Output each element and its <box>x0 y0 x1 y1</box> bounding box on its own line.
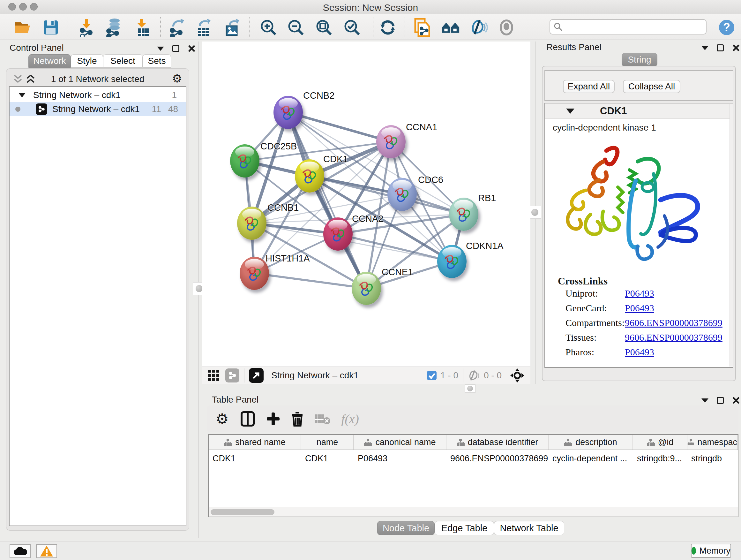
network-share-toggle-icon[interactable] <box>225 368 239 382</box>
collapse-all-button[interactable]: Collapse All <box>623 80 680 93</box>
results-scrollbar[interactable] <box>730 104 733 367</box>
zoom-fit-button[interactable] <box>315 18 333 37</box>
birds-eye-crosshair-icon[interactable] <box>510 368 525 383</box>
float-panel-icon[interactable] <box>717 44 724 51</box>
save-session-button[interactable] <box>42 18 60 37</box>
network-node-hist1h1a[interactable] <box>240 257 269 290</box>
network-node-ccna1[interactable] <box>376 125 406 159</box>
crosslink-link[interactable]: 9606.ENSP00000378699 <box>625 332 723 343</box>
scrollbar-thumb[interactable] <box>211 509 274 515</box>
column-header-description[interactable]: description <box>549 435 633 449</box>
tab-select[interactable]: Select <box>103 54 143 68</box>
float-panel-icon[interactable] <box>172 45 179 52</box>
hidden-eye-icon[interactable] <box>468 370 481 381</box>
warnings-button[interactable] <box>36 544 57 558</box>
crosslink-link[interactable]: P06493 <box>625 347 654 358</box>
column-header-@id[interactable]: @id <box>633 435 687 449</box>
table-cell[interactable]: stringdb:9... <box>633 452 687 465</box>
column-header-database-identifier[interactable]: database identifier <box>447 435 549 449</box>
network-node-cdc25b[interactable] <box>230 144 259 178</box>
zoom-out-button[interactable] <box>286 18 305 37</box>
table-settings-button[interactable]: ⚙ <box>213 410 231 428</box>
import-network-button[interactable] <box>78 18 96 37</box>
open-in-new-window-icon[interactable] <box>249 368 264 383</box>
table-cell[interactable]: cyclin-dependent ... <box>549 452 633 465</box>
right-splitter-handle[interactable] <box>529 206 541 219</box>
function-builder-button[interactable]: f(x) <box>336 410 364 428</box>
search-input[interactable] <box>563 22 700 32</box>
results-tab-string[interactable]: String <box>622 53 657 66</box>
close-panel-icon[interactable] <box>732 44 740 52</box>
column-header-name[interactable]: name <box>301 435 354 449</box>
table-cell[interactable]: CDK1 <box>301 452 354 465</box>
crosslink-link[interactable]: P06493 <box>625 303 654 314</box>
panel-menu-icon[interactable] <box>157 47 164 51</box>
network-node-cdk1[interactable] <box>295 159 324 192</box>
network-collection-row[interactable]: String Network – cdk1 1 <box>10 88 186 102</box>
tab-edge-table[interactable]: Edge Table <box>434 521 494 535</box>
close-panel-icon[interactable] <box>188 45 195 52</box>
column-header-namespac[interactable]: namespac <box>687 435 738 449</box>
export-network-button[interactable] <box>168 18 186 37</box>
tab-network[interactable]: Network <box>28 54 71 68</box>
hide-glass-button[interactable] <box>470 18 488 37</box>
clone-network-button[interactable] <box>413 18 431 37</box>
show-columns-button[interactable] <box>239 410 257 428</box>
panel-menu-icon[interactable] <box>701 398 709 402</box>
node-label-ccnb1: CCNB1 <box>267 202 299 213</box>
table-cell[interactable]: stringdb <box>687 452 738 465</box>
table-cell[interactable]: P06493 <box>354 452 447 465</box>
network-node-rb1[interactable] <box>449 198 478 231</box>
create-column-button[interactable] <box>264 410 282 428</box>
tab-node-table[interactable]: Node Table <box>377 521 434 535</box>
expand-all-button[interactable]: Expand All <box>563 80 615 93</box>
network-node-ccnb1[interactable] <box>237 206 266 240</box>
table-cell[interactable]: CDK1 <box>209 452 301 465</box>
network-row-selected[interactable]: String Network – cdk1 11 48 <box>10 102 186 116</box>
network-edge[interactable] <box>254 273 366 288</box>
delete-table-button[interactable] <box>313 410 331 428</box>
close-panel-icon[interactable] <box>732 396 740 404</box>
panel-menu-icon[interactable] <box>701 46 709 50</box>
network-view-canvas[interactable]: CCNB2 CCNA1 CDC25B CDK1 CDC6 RB1 CCNB1 C… <box>202 42 530 367</box>
network-node-ccna2[interactable] <box>323 217 353 251</box>
show-eye-button[interactable] <box>497 18 516 37</box>
selected-checkbox-icon[interactable] <box>426 370 437 381</box>
memory-button[interactable]: Memory <box>691 544 731 558</box>
network-node-cdc6[interactable] <box>387 178 417 211</box>
tab-style[interactable]: Style <box>71 54 103 68</box>
import-network-from-database-button[interactable] <box>105 18 123 37</box>
refresh-network-button[interactable] <box>379 18 397 37</box>
column-header-shared-name[interactable]: shared name <box>209 435 301 449</box>
zoom-selected-button[interactable] <box>343 18 361 37</box>
crosslink-link[interactable]: 9606.ENSP00000378699 <box>625 317 723 328</box>
cloud-status-button[interactable] <box>10 544 30 558</box>
tab-network-table[interactable]: Network Table <box>494 521 564 535</box>
tab-sets[interactable]: Sets <box>143 54 171 68</box>
houses-icon <box>441 20 460 35</box>
table-panel-header-icons <box>701 396 740 404</box>
network-options-gear-icon[interactable]: ⚙ <box>172 73 182 84</box>
gene-header-row[interactable]: CDK1 <box>545 104 733 119</box>
help-button[interactable]: ? <box>718 18 736 37</box>
grid-view-icon[interactable] <box>207 369 220 382</box>
table-horizontal-scrollbar[interactable] <box>209 507 738 516</box>
table-cell[interactable]: 9606.ENSP00000378699 <box>447 452 549 465</box>
horizontal-splitter-handle[interactable] <box>465 384 475 393</box>
network-node-ccne1[interactable] <box>352 272 381 305</box>
export-table-button[interactable] <box>195 18 213 37</box>
network-node-cdkn1a[interactable] <box>437 245 467 278</box>
crosslink-link[interactable]: P06493 <box>625 288 654 299</box>
column-header-canonical-name[interactable]: canonical name <box>354 435 447 449</box>
network-node-ccnb2[interactable] <box>273 96 303 129</box>
collection-expand-triangle-icon[interactable] <box>18 93 25 98</box>
import-table-button[interactable] <box>134 18 152 37</box>
zoom-in-button[interactable] <box>259 18 278 37</box>
toolbar-separator <box>68 17 68 37</box>
delete-column-button[interactable] <box>288 410 307 428</box>
open-session-button[interactable] <box>13 18 32 37</box>
float-panel-icon[interactable] <box>717 397 724 404</box>
home-view-button[interactable] <box>441 18 460 37</box>
gene-collapse-triangle-icon[interactable] <box>566 109 575 114</box>
export-image-button[interactable] <box>223 18 242 37</box>
